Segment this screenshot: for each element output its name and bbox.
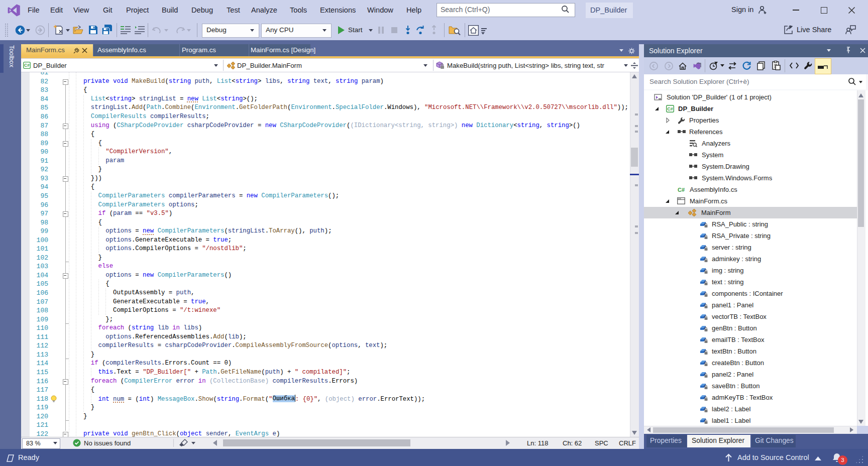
svg-text:C#: C# bbox=[667, 106, 673, 111]
svg-text:C#: C# bbox=[24, 63, 30, 68]
svg-text:C#: C# bbox=[678, 187, 685, 193]
